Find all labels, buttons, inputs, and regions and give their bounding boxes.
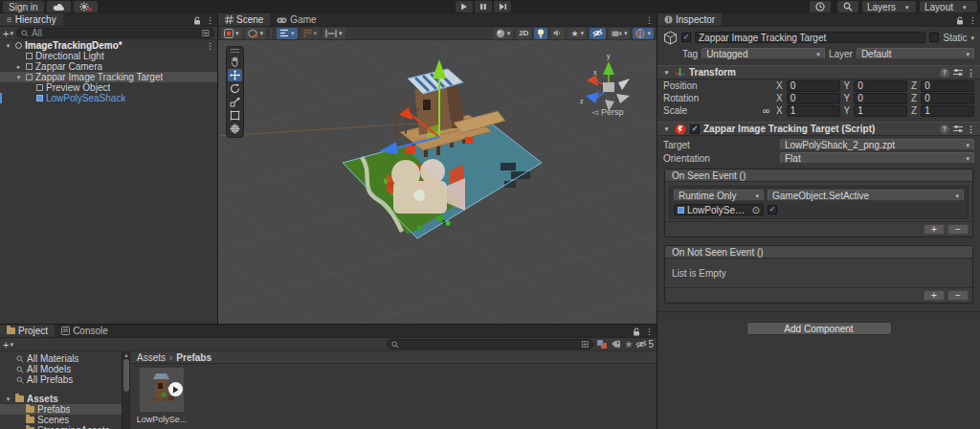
add-event-button[interactable]: +: [924, 290, 945, 301]
save-search-icon[interactable]: ⊞: [202, 28, 210, 38]
sign-in-button[interactable]: Sign in: [3, 1, 44, 12]
scene-kebab-icon[interactable]: ⋮: [645, 15, 654, 25]
rotate-tool-button[interactable]: [228, 82, 242, 95]
hierarchy-item-zappar-camera[interactable]: ▸Zappar Camera: [0, 61, 217, 72]
add-event-button[interactable]: +: [924, 224, 945, 235]
remove-event-button[interactable]: −: [947, 290, 969, 301]
breadcrumb-root[interactable]: Assets: [137, 352, 166, 363]
hand-tool-button[interactable]: [228, 56, 242, 68]
remove-event-button[interactable]: −: [947, 224, 969, 235]
hierarchy-create-button[interactable]: + ▾: [3, 28, 13, 39]
rotation-y-input[interactable]: 0: [854, 93, 907, 104]
expand-arrow-icon[interactable]: ▾: [4, 40, 12, 51]
scale-y-input[interactable]: 1: [854, 105, 907, 117]
audio-toggle[interactable]: [550, 28, 565, 39]
event-mode-dropdown[interactable]: Runtime Only▾: [674, 190, 764, 201]
prefab-asset-thumbnail[interactable]: [140, 368, 184, 412]
persp-label[interactable]: Persp: [601, 107, 624, 117]
target-dropdown[interactable]: LowPolyShack_2_png.zpt▾: [780, 139, 974, 150]
breadcrumb-current[interactable]: Prefabs: [176, 352, 212, 363]
move-tool-button[interactable]: [228, 69, 242, 81]
scale-z-input[interactable]: 1: [921, 105, 974, 117]
prefab-asset-label[interactable]: LowPolySe...: [132, 415, 191, 424]
hierarchy-kebab-icon[interactable]: ⋮: [206, 15, 214, 25]
spacing-tool-dropdown[interactable]: ▾: [323, 28, 345, 39]
layers-dropdown[interactable]: Layers▾: [862, 1, 916, 12]
folder-item-prefabs[interactable]: Prefabs: [0, 404, 122, 415]
folder-item-scenes[interactable]: Scenes: [0, 415, 122, 425]
foldout-arrow[interactable]: ▾: [662, 67, 671, 78]
add-component-button[interactable]: Add Component: [746, 322, 892, 335]
project-create-button[interactable]: + ▾: [3, 339, 13, 350]
project-search-input[interactable]: ⊞: [387, 339, 593, 350]
inspector-kebab-icon[interactable]: ⋮: [969, 15, 977, 25]
project-tree-scrollbar[interactable]: ▲: [122, 351, 129, 429]
help-icon[interactable]: ?: [940, 124, 949, 134]
layout-dropdown[interactable]: Layout▾: [920, 1, 977, 12]
preset-icon[interactable]: [953, 68, 963, 77]
expand-arrow-icon[interactable]: ▾: [14, 72, 23, 82]
shading-sphere-dropdown[interactable]: ▾: [493, 28, 514, 39]
search-by-type-icon[interactable]: [596, 339, 608, 350]
lock-icon[interactable]: [956, 16, 964, 25]
rotation-z-input[interactable]: 0: [921, 93, 974, 104]
global-search-button[interactable]: [837, 1, 858, 12]
event-bool-checkbox[interactable]: ✓: [768, 205, 777, 214]
play-button[interactable]: [456, 1, 473, 12]
layer-dropdown[interactable]: Default▾: [857, 48, 974, 59]
hierarchy-item-lowpolyseashack[interactable]: LowPolySeaShack: [0, 93, 217, 103]
preset-icon[interactable]: [953, 124, 963, 133]
object-picker-icon[interactable]: ⊙: [752, 205, 760, 215]
help-icon[interactable]: ?: [940, 68, 949, 78]
camera-view-dropdown[interactable]: ▾: [245, 28, 267, 39]
component-kebab-icon[interactable]: ⋮: [967, 68, 975, 78]
favorite-all-prefabs[interactable]: All Prefabs: [0, 374, 122, 385]
position-y-input[interactable]: 0: [854, 80, 907, 92]
hierarchy-item-imagetrackingdemo[interactable]: ▾ImageTrackingDemo*⋮: [0, 40, 217, 51]
scene-visibility-toggle[interactable]: [590, 28, 606, 39]
item-kebab-icon[interactable]: ⋮: [206, 41, 214, 51]
position-z-input[interactable]: 0: [921, 80, 974, 92]
hierarchy-item-preview-object[interactable]: Preview Object: [0, 82, 217, 93]
gizmos-dropdown[interactable]: ▾: [633, 28, 654, 39]
gizmo-lines-toggle[interactable]: ▾: [277, 28, 298, 39]
scale-tool-button[interactable]: [228, 96, 242, 108]
position-x-input[interactable]: 0: [787, 80, 840, 92]
rotation-x-input[interactable]: 0: [787, 93, 840, 104]
folder-item-streamingassets[interactable]: StreamingAssets: [0, 425, 122, 429]
overlay-drag-handle[interactable]: [231, 49, 239, 53]
hidden-packages-toggle[interactable]: 5: [635, 339, 654, 350]
lighting-toggle[interactable]: [534, 28, 547, 39]
script-enabled-checkbox[interactable]: ✓: [690, 124, 700, 134]
cloud-services-button[interactable]: [47, 1, 71, 12]
component-kebab-icon[interactable]: ⋮: [967, 124, 975, 134]
foldout-arrow[interactable]: ▾: [662, 124, 671, 134]
favorite-all-materials[interactable]: All Materials: [0, 353, 122, 364]
hierarchy-item-directional-light[interactable]: Directional Light: [0, 51, 217, 61]
effects-dropdown[interactable]: ★▾: [568, 28, 587, 39]
draw-mode-dropdown[interactable]: ▾: [221, 28, 242, 39]
scene-camera-dropdown[interactable]: ▾: [609, 28, 631, 39]
undo-history-button[interactable]: [810, 1, 831, 12]
transform-tool-button[interactable]: [228, 123, 242, 135]
search-by-label-icon[interactable]: [611, 340, 621, 349]
folder-item-assets[interactable]: ▾Assets: [0, 394, 122, 404]
event-object-field[interactable]: LowPolySeaShac ⊙: [674, 204, 764, 215]
project-kebab-icon[interactable]: ⋮: [645, 327, 654, 336]
tab-project[interactable]: Project: [0, 325, 55, 337]
favorite-all-models[interactable]: All Models: [0, 364, 122, 374]
favorites-filter-icon[interactable]: ★: [624, 339, 633, 350]
hierarchy-item-zappar-image-tracking-target[interactable]: ▾Zappar Image Tracking Target: [0, 72, 217, 82]
lock-icon[interactable]: [193, 16, 201, 25]
gameobject-name-field[interactable]: Zappar Image Tracking Target: [695, 32, 925, 43]
event-function-dropdown[interactable]: GameObject.SetActive▾: [768, 190, 964, 201]
hierarchy-search-input[interactable]: All ⊞: [16, 28, 214, 38]
scene-viewport[interactable]: x y z ◅ Persp: [218, 40, 657, 324]
constrain-link-icon[interactable]: ∞: [763, 105, 772, 116]
static-caret-icon[interactable]: ▾: [970, 34, 974, 41]
script-component-header[interactable]: ▾ ✓ Zappar Image Tracking Target (Script…: [657, 122, 980, 136]
orientation-dropdown[interactable]: Flat▾: [780, 152, 974, 164]
transform-component-header[interactable]: ▾ Transform ? ⋮: [657, 65, 980, 79]
pause-button[interactable]: [475, 1, 492, 12]
tab-console[interactable]: Console: [55, 325, 115, 337]
